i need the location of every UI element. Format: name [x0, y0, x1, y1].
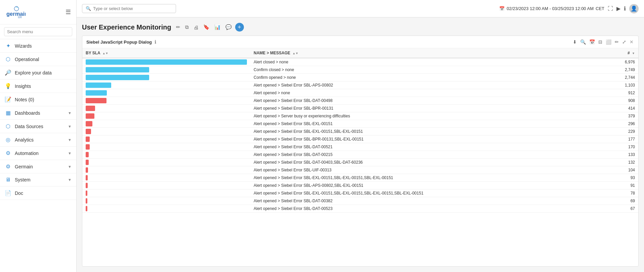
global-search-bar[interactable]: 🔍 — [82, 4, 176, 13]
hamburger-menu[interactable]: ☰ — [66, 8, 71, 16]
chart-icon[interactable]: 📊 — [213, 23, 222, 31]
widget-edit-icon[interactable]: ✏ — [614, 39, 619, 45]
fullscreen-icon[interactable]: ⛶ — [608, 6, 613, 12]
td-name-6: Alert opened > Siebel Error SBL-BPR-0013… — [250, 105, 611, 112]
col-header-name[interactable]: NAME > MESSAGE ▲▼ — [250, 48, 611, 58]
table-row: Alert opened > Siebel Error SBL-BPR-0013… — [82, 135, 638, 143]
datetime-text: 02/23/2023 12:00 AM - 03/25/2023 12:00 A… — [507, 6, 594, 11]
main-area: 🔍 📅 02/23/2023 12:00 AM - 03/25/2023 12:… — [77, 0, 644, 272]
topbar: 🔍 📅 02/23/2023 12:00 AM - 03/25/2023 12:… — [77, 0, 644, 17]
sidebar-item-doc[interactable]: 📄 Doc — [0, 186, 76, 200]
widget-search-icon[interactable]: 🔍 — [579, 39, 587, 45]
sidebar-item-explore[interactable]: 🔎 Explore your data — [0, 66, 76, 79]
bar-2 — [86, 75, 149, 80]
td-count-9: 229 — [611, 128, 638, 135]
td-count-15: 93 — [611, 174, 638, 182]
td-name-5: Alert opened > Siebel Error SBL-DAT-0049… — [250, 97, 611, 105]
print-icon[interactable]: 🖨 — [192, 24, 200, 31]
search-menu-container — [0, 24, 76, 39]
sidebar-item-analytics[interactable]: ◎ Analytics ▼ — [0, 133, 76, 147]
info-icon[interactable]: ℹ — [624, 5, 626, 12]
sidebar-item-datasources[interactable]: ⬡ Data Sources ▼ — [0, 120, 76, 133]
nav-icon-notes: 📝 — [5, 96, 11, 103]
topbar-right: 📅 02/23/2023 12:00 AM - 03/25/2023 12:00… — [499, 4, 639, 13]
td-count-0: 6,976 — [611, 58, 638, 66]
sort-name: ▲▼ — [292, 52, 298, 55]
table-row: Confirm closed > none 2,749 — [82, 66, 638, 74]
col-header-sla[interactable]: BY SLA ▲▼ — [82, 48, 250, 58]
sidebar-item-operational[interactable]: ⬡ Operational — [0, 53, 76, 66]
sidebar-item-insights[interactable]: 💡 Insights — [0, 79, 76, 93]
bar-15 — [86, 175, 88, 180]
sidebar: germain UX ☰ ✦ Wizards ⬡ Operational 🔎 E… — [0, 0, 77, 272]
sidebar-item-notes[interactable]: 📝 Notes (0) — [0, 93, 76, 106]
td-name-14: Alert opened > Siebel Error SBL-UIF-0031… — [250, 166, 611, 174]
td-bar-4 — [82, 89, 250, 97]
nav-label-automation: Automation — [15, 151, 39, 156]
sidebar-item-system[interactable]: 🖥 System ▼ — [0, 173, 76, 186]
bookmark-icon[interactable]: 🔖 — [202, 23, 211, 31]
td-name-18: Alert opened > Siebel Error SBL-DAT-0038… — [250, 197, 611, 205]
table-container[interactable]: BY SLA ▲▼ NAME > MESSAGE ▲▼ # ▼ — [82, 48, 638, 266]
table-row: Alert opened > Siebel Error SBL-APS-0080… — [82, 81, 638, 89]
play-icon[interactable]: ▶ — [616, 5, 620, 12]
td-count-8: 296 — [611, 120, 638, 128]
td-name-0: Alert closed > none — [250, 58, 611, 66]
widget-header: Siebel JavaScript Popup Dialog ℹ ⬇ 🔍 📅 ⊟… — [82, 36, 638, 48]
nav-icon-germain: ⚙ — [5, 163, 11, 170]
bar-16 — [86, 183, 88, 188]
widget-info-icon[interactable]: ℹ — [155, 39, 156, 45]
widget-expand-icon[interactable]: ⬜ — [605, 39, 612, 45]
widget-close-icon[interactable]: ✕ — [629, 39, 634, 45]
timezone-label: CET — [596, 6, 604, 11]
nav-icon-insights: 💡 — [5, 83, 11, 89]
table-row: Alert opened > Siebel Error SBL-EXL-0015… — [82, 128, 638, 135]
bar-3 — [86, 83, 111, 88]
bar-0 — [86, 59, 247, 65]
bar-5 — [86, 98, 106, 103]
bar-12 — [86, 152, 89, 157]
chat-icon[interactable]: 💬 — [224, 23, 233, 31]
td-bar-9 — [82, 128, 250, 135]
td-bar-18 — [82, 197, 250, 205]
widget-export-icon[interactable]: ⬇ — [572, 39, 577, 45]
widget-table-icon[interactable]: ⊟ — [598, 39, 603, 45]
table-row: Alert opened > Siebel Error SBL-DAT-0052… — [82, 143, 638, 151]
bar-11 — [86, 144, 90, 150]
edit-title-icon[interactable]: ✏ — [175, 23, 182, 31]
td-name-8: Alert opened > Siebel Error SBL-EXL-0015… — [250, 120, 611, 128]
widget-calendar-icon[interactable]: 📅 — [589, 39, 596, 45]
sidebar-item-germain[interactable]: ⚙ Germain ▼ — [0, 160, 76, 173]
nav-label-germain: Germain — [15, 164, 33, 169]
td-count-3: 1,103 — [611, 81, 638, 89]
add-widget-button[interactable]: + — [235, 23, 244, 32]
nav-label-explore: Explore your data — [15, 70, 52, 75]
table-row: Alert opened > none 912 — [82, 89, 638, 97]
user-avatar[interactable]: 👤 — [629, 4, 639, 13]
nav-icon-system: 🖥 — [5, 177, 11, 183]
datetime-range: 📅 02/23/2023 12:00 AM - 03/25/2023 12:00… — [499, 6, 604, 11]
td-bar-19 — [82, 205, 250, 213]
copy-icon[interactable]: ⧉ — [184, 23, 190, 31]
td-count-12: 133 — [611, 151, 638, 159]
nav-icon-automation: ⚙ — [5, 150, 11, 156]
td-name-13: Alert opened > Siebel Error SBL-DAT-0040… — [250, 159, 611, 166]
global-search-input[interactable] — [93, 6, 167, 11]
nav-icon-analytics: ◎ — [5, 137, 11, 143]
nav-label-wizards: Wizards — [15, 43, 32, 49]
table-row: Alert opened > Siebel Error SBL-EXL-0015… — [82, 174, 638, 182]
table-row: Alert opened > Siebel Error SBL-BPR-0013… — [82, 105, 638, 112]
bar-7 — [86, 113, 94, 119]
sidebar-item-wizards[interactable]: ✦ Wizards — [0, 39, 76, 53]
widget-resize-icon[interactable]: ⤢ — [621, 39, 627, 45]
td-bar-15 — [82, 174, 250, 182]
nav-chevron-system: ▼ — [68, 178, 72, 182]
sidebar-item-automation[interactable]: ⚙ Automation ▼ — [0, 147, 76, 160]
td-name-3: Alert opened > Siebel Error SBL-APS-0080… — [250, 81, 611, 89]
td-count-18: 69 — [611, 197, 638, 205]
bar-17 — [86, 191, 87, 196]
search-menu-input[interactable] — [4, 27, 72, 36]
table-row: Alert opened > Siebel Error SBL-EXL-0015… — [82, 189, 638, 197]
col-header-count[interactable]: # ▼ — [611, 48, 638, 58]
sidebar-item-dashboards[interactable]: ▦ Dashboards ▼ — [0, 106, 76, 120]
